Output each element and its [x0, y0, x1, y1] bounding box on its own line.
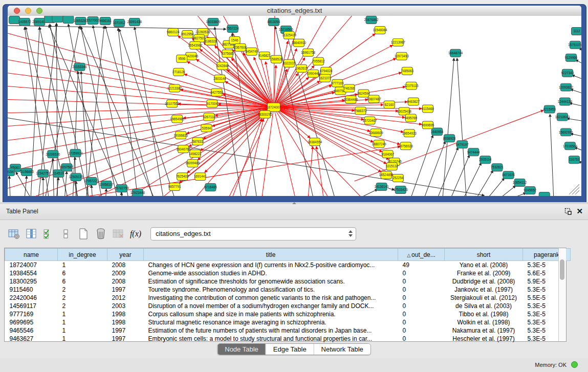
network-selector[interactable]: citations_edges.txt: [150, 227, 356, 240]
delete-table-icon[interactable]: [112, 227, 125, 240]
table-row[interactable]: 911546021997Tourette syndrome. Phenomeno…: [5, 286, 571, 294]
graph-node-10807487[interactable]: 10807487: [366, 95, 381, 103]
graph-node-12213382[interactable]: 12213382: [167, 84, 182, 92]
graph-node-10958107[interactable]: 10958107: [99, 181, 114, 189]
graph-node-17016504[interactable]: 17016504: [563, 142, 578, 150]
graph-node-53594[interactable]: 53594: [201, 124, 212, 132]
graph-node-1691441[interactable]: 1691441: [194, 173, 207, 181]
graph-node-20876862[interactable]: 20876862: [364, 16, 379, 24]
graph-node-9146821[interactable]: 9146821: [258, 52, 271, 59]
graph-node-9596[interactable]: 9596: [177, 55, 187, 62]
graph-node-17359924[interactable]: 17359924: [68, 149, 83, 157]
graph-node-16107552[interactable]: 16107552: [165, 100, 180, 107]
window-titlebar[interactable]: citations_edges.txt: [8, 6, 581, 16]
graph-node-8186328[interactable]: 8186328: [204, 37, 217, 45]
graph-node-12375115[interactable]: 12375115: [404, 82, 419, 90]
scrollbar-thumb[interactable]: [560, 259, 564, 280]
graph-node-15751074[interactable]: 15751074: [568, 41, 581, 49]
graph-node-20206536[interactable]: 20206536: [46, 150, 60, 158]
graph-node-252254[interactable]: 252254: [393, 174, 404, 182]
column-header-year[interactable]: year: [107, 249, 144, 261]
graph-node-1071912[interactable]: 1071912: [113, 19, 125, 27]
graph-node-12923448[interactable]: 12923448: [130, 189, 145, 196]
graph-node-9777169[interactable]: 9777169: [331, 79, 344, 87]
graph-node-8471676[interactable]: 8471676: [502, 171, 515, 179]
graph-node-10688609[interactable]: 10688609: [369, 129, 384, 137]
graph-node-3267110[interactable]: 3267110: [203, 113, 215, 121]
graph-node-10654112[interactable]: 10654112: [513, 179, 527, 187]
graph-node-16648784[interactable]: 16648784: [448, 49, 463, 57]
graph-node-1015132[interactable]: 1015132: [385, 163, 398, 170]
graph-node-8322037[interactable]: 8322037: [283, 59, 296, 67]
graph-node-2803144[interactable]: 2803144: [213, 75, 226, 82]
table-row[interactable]: 946554611997Estimation of the future num…: [5, 326, 571, 335]
graph-node-16782759[interactable]: 16782759: [115, 185, 129, 192]
graph-node-2718126[interactable]: 2718126: [172, 68, 185, 76]
select-all-icon[interactable]: [42, 227, 55, 240]
table-row[interactable]: 1456911722003Disruption of a novel membe…: [5, 302, 571, 310]
graph-node-18724007[interactable]: 18724007: [267, 103, 281, 112]
graph-node-16640910[interactable]: 16640910: [292, 39, 307, 47]
graph-node-8912954[interactable]: 8912954: [181, 30, 194, 38]
deselect-all-icon[interactable]: [59, 227, 73, 240]
graph-node-18807249[interactable]: 18807249: [372, 140, 387, 148]
graph-node-7557224[interactable]: 7557224: [226, 25, 239, 32]
graph-node-unlabeled[interactable]: [52, 16, 63, 22]
create-column-icon[interactable]: [77, 227, 90, 240]
graph-node-16033809[interactable]: 16033809: [206, 18, 221, 26]
graph-node-19654985[interactable]: 19654985: [170, 115, 185, 123]
graph-node-1621072[interactable]: 1621072: [319, 74, 332, 82]
graph-node-20091438[interactable]: 20091438: [127, 18, 142, 26]
table-row[interactable]: 2242004622012Investigating the contribut…: [5, 294, 571, 302]
graph-node-15720407[interactable]: 15720407: [362, 117, 377, 124]
graph-node-11548084[interactable]: 11548084: [373, 26, 387, 34]
table-row[interactable]: 1830029562008Estimation of significance …: [5, 277, 571, 286]
graph-node-39154[interactable]: 39154: [8, 168, 15, 176]
graph-node-11325419[interactable]: 11325419: [282, 31, 296, 39]
graph-node-7485063[interactable]: 7485063: [401, 67, 413, 75]
function-builder-icon[interactable]: f(x): [129, 227, 142, 240]
graph-node-10973493[interactable]: 10973493: [395, 52, 409, 60]
graph-node-587833[interactable]: 587833: [192, 138, 204, 145]
table-scrollbar[interactable]: [558, 248, 566, 341]
graph-node-8454749[interactable]: 8454749: [245, 48, 258, 55]
graph-node-20364486[interactable]: 20364486: [343, 96, 358, 103]
graph-node-19654923[interactable]: 19654923: [402, 129, 417, 137]
graph-node-12444138[interactable]: 12444138: [558, 98, 573, 105]
graph-node-9860124[interactable]: 9860124: [167, 28, 180, 36]
table-row[interactable]: 969969511998Structural magnetic resonanc…: [5, 318, 571, 326]
graph-node-16210643[interactable]: 16210643: [555, 113, 570, 121]
graph-node-7625402[interactable]: 7625402: [176, 173, 189, 181]
graph-node-16543982[interactable]: 16543982: [188, 41, 203, 49]
graph-node-1962615[interactable]: 1962615: [295, 64, 308, 72]
table-row[interactable]: 1938455462009Genome-wide association stu…: [5, 269, 571, 277]
graph-node-12342757[interactable]: 12342757: [36, 170, 51, 178]
graph-node-7532621[interactable]: 7532621: [491, 164, 504, 171]
graph-node-9699695[interactable]: 9699695: [422, 121, 434, 129]
delete-column-icon[interactable]: [94, 227, 107, 240]
graph-node-9474444[interactable]: 9474444: [467, 148, 480, 156]
graph-node-17533426[interactable]: 17533426: [394, 186, 408, 194]
graph-node-14524851[interactable]: 14524851: [379, 171, 394, 179]
column-header-short[interactable]: short: [445, 249, 523, 261]
table-row[interactable]: 977716911998Corpus callosum shape and si…: [5, 310, 571, 318]
graph-node-2935114[interactable]: 2935114: [479, 156, 492, 164]
table-row[interactable]: 1872400712008Changes of HCN gene express…: [5, 261, 571, 270]
graph-node-9129966[interactable]: 9129966: [565, 54, 578, 61]
graph-node-9115460[interactable]: 9115460: [422, 105, 434, 113]
graph-node-11156863[interactable]: 11156863: [20, 168, 34, 176]
tab-network-table[interactable]: Network Table: [314, 344, 371, 355]
graph-node-116753[interactable]: 116753: [569, 156, 579, 164]
graph-node-9097587[interactable]: 9097587: [60, 164, 73, 171]
graph-node-1990448[interactable]: 1990448: [307, 70, 320, 77]
table-mode-icon[interactable]: [7, 227, 20, 240]
graph-node-1498222[interactable]: 1498222: [189, 150, 202, 158]
graph-node-10653287[interactable]: 10653287: [73, 17, 88, 25]
graph-node-62160[interactable]: 62160: [384, 101, 395, 108]
column-header-out-de-[interactable]: △out_de...: [398, 249, 445, 261]
graph-node-20153346[interactable]: 20153346: [72, 63, 87, 71]
graph-node-16099489[interactable]: 16099489: [185, 160, 200, 167]
graph-node-8427552[interactable]: 8427552: [210, 89, 223, 96]
column-header-title[interactable]: title: [144, 249, 398, 261]
resize-grip[interactable]: [569, 184, 579, 194]
